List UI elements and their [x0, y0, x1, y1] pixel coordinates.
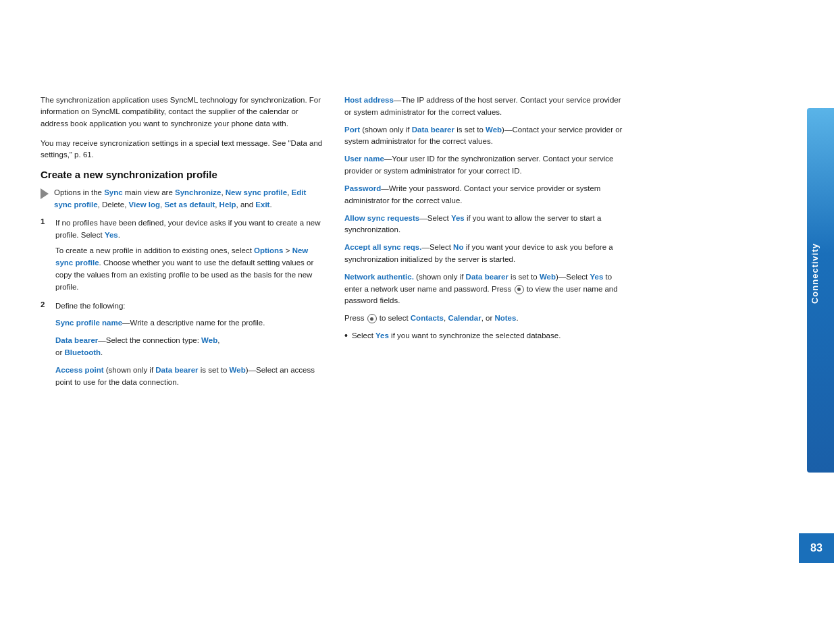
notes-link: Notes	[494, 314, 516, 322]
def-access-point: Access point (shown only if Data bearer …	[55, 365, 324, 389]
bullet-dot: •	[344, 330, 348, 342]
section-heading: Create a new synchronization profile	[41, 169, 324, 180]
view-log-link: View log	[129, 200, 160, 209]
intro-paragraph-1: The synchronization application uses Syn…	[41, 95, 324, 130]
contacts-link: Contacts	[411, 314, 444, 322]
sync-link: Sync	[104, 188, 123, 196]
left-column: The synchronization application uses Syn…	[41, 95, 324, 590]
tip-icon	[41, 188, 49, 199]
bullet-text: Select Yes if you want to synchronize th…	[352, 330, 561, 342]
item1-yes-link: Yes	[105, 231, 118, 239]
def-host-address: Host address—The IP address of the host …	[344, 95, 628, 119]
connectivity-label: Connectivity	[810, 243, 831, 304]
def-allow-sync-requests: Allow sync requests—Select Yes if you wa…	[344, 213, 628, 237]
new-sync-profile-link: New sync profile	[226, 188, 287, 196]
item2-number: 2	[41, 300, 50, 394]
bullet-item: • Select Yes if you want to synchronize …	[344, 330, 628, 342]
page-number: 83	[810, 542, 823, 554]
def-data-bearer: Data bearer—Select the connection type: …	[55, 335, 324, 359]
main-content: The synchronization application uses Syn…	[41, 95, 780, 590]
exit-link: Exit	[255, 200, 269, 209]
item2-content: Define the following: Sync profile name—…	[55, 300, 324, 394]
tip-text: Options in the Sync main view are Synchr…	[54, 187, 324, 211]
page-container: Connectivity 83 The synchronization appl…	[0, 0, 834, 644]
item1-content: If no profiles have been defined, your d…	[55, 217, 324, 294]
def-network-authentic: Network authentic. (shown only if Data b…	[344, 271, 628, 307]
item1-indent: To create a new profile in addition to e…	[55, 245, 324, 293]
item1-number: 1	[41, 217, 50, 294]
tip-box: Options in the Sync main view are Synchr…	[41, 187, 324, 211]
page-number-box: 83	[799, 533, 834, 563]
numbered-item-2: 2 Define the following: Sync profile nam…	[41, 300, 324, 394]
help-link: Help	[219, 200, 236, 209]
numbered-item-1: 1 If no profiles have been defined, your…	[41, 217, 324, 294]
item1-options-link: Options	[254, 246, 283, 254]
set-as-default-link: Set as default	[164, 200, 215, 209]
press-note: Press to select Contacts, Calendar, or N…	[344, 313, 628, 325]
bullet-yes-link: Yes	[375, 331, 389, 340]
def-user-name: User name—Your user ID for the synchroni…	[344, 153, 628, 178]
intro-paragraph-2: You may receive syncronization settings …	[41, 138, 324, 161]
def-port: Port (shown only if Data bearer is set t…	[344, 124, 628, 149]
def-sync-profile-name: Sync profile name—Write a descriptive na…	[55, 317, 324, 329]
top-bar	[0, 0, 799, 95]
calendar-link: Calendar	[448, 314, 481, 322]
sidebar-blue-bar: Connectivity	[807, 108, 834, 473]
def-password: Password—Write your password. Contact yo…	[344, 183, 628, 207]
def-accept-all-sync: Accept all sync reqs.—Select No if you w…	[344, 242, 628, 266]
right-column: Host address—The IP address of the host …	[344, 95, 628, 590]
synchronize-link: Synchronize	[175, 188, 221, 196]
sidebar-right: Connectivity 83	[799, 0, 834, 644]
